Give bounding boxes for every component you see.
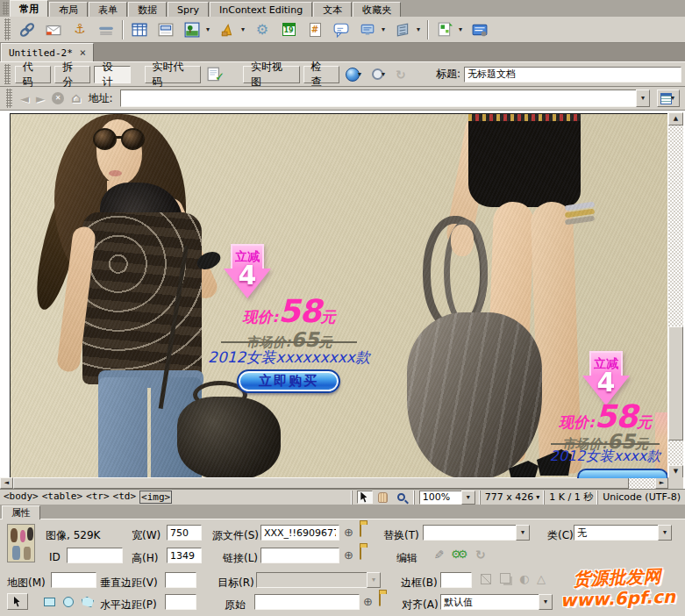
select-tool[interactable] [357, 491, 373, 504]
window-size-cell[interactable]: 777 x 426 ▾ [480, 491, 545, 505]
date-icon[interactable]: 19 [278, 19, 299, 40]
tag-chooser-icon[interactable] [469, 19, 490, 40]
tag-table[interactable]: <table> [42, 491, 82, 504]
scroll-right-icon[interactable]: ► [655, 477, 668, 489]
code-view-button[interactable]: 代码 [15, 66, 51, 83]
email-link-icon[interactable] [43, 19, 64, 40]
hspace-input[interactable] [165, 594, 196, 610]
browse-folder-icon[interactable] [360, 547, 361, 559]
insert-tab-data[interactable]: 数据 [128, 2, 167, 17]
scroll-left-icon[interactable]: ◄ [0, 477, 13, 489]
toolbar-grip[interactable] [6, 89, 12, 108]
align-dropdown-icon[interactable]: ▾ [539, 594, 553, 610]
dropdown-arrow[interactable]: ▾ [204, 26, 211, 33]
polygon-hotspot-tool[interactable] [82, 597, 94, 607]
dropdown-arrow[interactable]: ▾ [457, 26, 464, 33]
optimize-gears-icon[interactable]: ⚙⚙ [451, 548, 464, 560]
zoom-tool[interactable] [394, 491, 410, 504]
insert-tab-favorites[interactable]: 收藏夹 [353, 2, 401, 17]
alt-value[interactable] [423, 525, 516, 541]
split-view-button[interactable]: 拆分 [54, 66, 90, 83]
pointer-hotspot-tool[interactable] [7, 593, 28, 610]
view-options-button[interactable]: ▾ [657, 90, 680, 107]
scroll-up-icon[interactable]: ▲ [668, 112, 683, 125]
horizontal-rule-icon[interactable] [96, 19, 117, 40]
insert-tab-incontext[interactable]: InContext Editing [210, 2, 312, 17]
toolbar-grip[interactable] [3, 2, 9, 15]
size-dropdown-icon[interactable]: ▾ [536, 494, 539, 501]
head-content-icon[interactable] [357, 19, 378, 40]
browse-folder-icon[interactable] [360, 524, 361, 536]
design-view-button[interactable]: 设计 [94, 66, 130, 83]
toolbar-grip[interactable] [4, 64, 11, 84]
close-icon[interactable]: × [80, 47, 86, 59]
address-input[interactable] [120, 90, 637, 107]
named-anchor-icon[interactable]: ⚓ [69, 19, 90, 40]
browse-folder-icon[interactable] [379, 593, 381, 605]
table-icon[interactable] [129, 19, 150, 40]
media-icon[interactable] [217, 19, 238, 40]
vertical-scrollbar[interactable]: ▲ ▼ [668, 112, 683, 478]
height-input[interactable] [167, 548, 202, 563]
check-browser-icon[interactable]: ✓ [204, 66, 227, 83]
selected-image-element[interactable]: 立减 4 现价: 58 元 市场价: 65 元 2012女装xxxxxxxxx款… [10, 113, 667, 478]
image-icon[interactable] [182, 19, 203, 40]
server-include-icon[interactable]: # [304, 19, 325, 40]
live-view-button[interactable]: 实时视图 [243, 66, 300, 83]
address-combo[interactable]: ▾ [120, 90, 651, 107]
zoom-dropdown-icon[interactable]: ▾ [461, 491, 475, 505]
spry-icon[interactable] [434, 19, 455, 40]
scroll-down-icon[interactable]: ▼ [668, 465, 683, 478]
circle-hotspot-tool[interactable] [63, 597, 74, 607]
address-dropdown-icon[interactable]: ▾ [636, 90, 650, 107]
class-combo[interactable]: 无 ▾ [574, 525, 672, 541]
map-input[interactable] [51, 572, 96, 588]
edit-pencil-icon[interactable]: ✎ [432, 549, 445, 560]
point-to-file-icon[interactable]: ⊕ [363, 596, 373, 607]
dropdown-arrow[interactable]: ▾ [380, 26, 387, 33]
border-input[interactable] [440, 572, 472, 588]
live-code-button[interactable]: 实时代码 [145, 66, 202, 83]
hyperlink-icon[interactable] [17, 19, 38, 40]
insert-div-icon[interactable] [155, 19, 176, 40]
toolbar-grip[interactable] [4, 18, 11, 40]
widget-gear-icon[interactable]: ⚙ [252, 19, 273, 40]
preview-globe-icon[interactable]: ▾ [343, 66, 366, 83]
tag-img-selected[interactable]: <img> [139, 491, 172, 504]
tag-td[interactable]: <td> [113, 491, 137, 504]
id-input[interactable] [67, 548, 123, 563]
insert-tab-common[interactable]: 常用 [10, 0, 48, 17]
width-input[interactable] [167, 525, 202, 541]
class-dropdown-icon[interactable]: ▾ [658, 525, 672, 541]
script-icon[interactable] [392, 19, 413, 40]
alt-combo[interactable]: ▾ [423, 525, 530, 541]
rect-hotspot-tool[interactable] [44, 598, 55, 606]
insert-tab-layout[interactable]: 布局 [49, 2, 88, 17]
horizontal-scrollbar[interactable]: ◄ ► [0, 477, 668, 489]
align-combo[interactable]: 默认值 ▾ [440, 594, 553, 610]
insert-tab-text[interactable]: 文本 [313, 2, 352, 17]
inspect-button[interactable]: 检查 [303, 66, 339, 83]
title-input[interactable] [464, 67, 681, 82]
horizontal-scroll-thumb[interactable] [13, 477, 629, 489]
link-input[interactable] [260, 548, 339, 563]
dropdown-arrow[interactable]: ▾ [415, 26, 422, 33]
original-input[interactable] [254, 594, 360, 610]
vertical-scroll-thumb[interactable] [668, 326, 683, 441]
tag-tr[interactable]: <tr> [86, 491, 110, 504]
alt-dropdown-icon[interactable]: ▾ [516, 525, 530, 541]
gray-leather-bag [407, 312, 542, 478]
src-input[interactable] [260, 525, 339, 541]
insert-tab-forms[interactable]: 表单 [89, 2, 127, 17]
tag-body[interactable]: <body> [4, 491, 39, 504]
point-to-file-icon[interactable]: ⊕ [344, 549, 353, 561]
comment-icon[interactable] [331, 19, 352, 40]
vspace-input[interactable] [165, 572, 196, 588]
validate-circle-icon[interactable]: ▾ [369, 66, 389, 83]
zoom-combo[interactable]: 100% ▾ [419, 491, 475, 505]
properties-tab[interactable]: 属性 [2, 505, 40, 519]
insert-tab-spry[interactable]: Spry [168, 2, 209, 17]
hand-tool[interactable] [375, 491, 391, 504]
point-to-file-icon[interactable]: ⊕ [344, 526, 353, 538]
dropdown-arrow[interactable]: ▾ [239, 26, 246, 33]
